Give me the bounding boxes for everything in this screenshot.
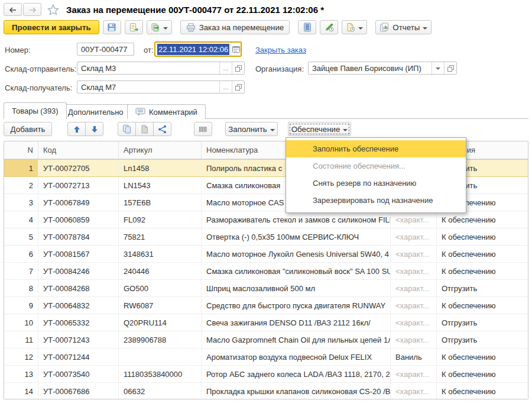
close-order-link[interactable]: Закрыть заказ [255,46,306,54]
cell-n[interactable]: 11 [4,331,38,348]
move-up-button[interactable] [67,122,86,136]
create-based-on-button[interactable] [342,20,367,34]
cell-nomenclature[interactable]: Ароматизатор воздуха подвесной Delux FEL… [202,349,391,365]
cell-code[interactable]: УТ-00084246 [38,263,119,279]
column-header-n[interactable]: N [4,141,38,159]
cell-characteristic[interactable]: <характ... [391,383,437,399]
menu-item-fill-supply[interactable]: Заполнить обеспечение [286,140,466,157]
cell-characteristic[interactable]: <характ... [391,331,437,348]
table-row[interactable]: 9 УТ-00064832 RW6087 Средство для быстро… [4,297,528,314]
cell-n[interactable]: 3 [4,194,38,211]
warehouse-to-field[interactable]: Склад М7 ... [77,80,245,94]
calendar-button[interactable] [231,43,241,56]
table-row[interactable]: 10 УТ-00065332 Q20PRU114 Свеча зажигания… [4,314,528,331]
cell-action[interactable]: К обеспечению [437,383,528,399]
cell-action[interactable]: К обеспечению [437,366,528,382]
table-row[interactable]: 7 УТ-00084246 240446 Смазка силиконовая … [4,263,528,280]
menu-item-reserve-for-purpose[interactable]: Зарезервировать под назначение [286,192,466,209]
warehouse-from-lookup-button[interactable]: ... [219,62,232,74]
move-down-button[interactable] [85,122,103,136]
cell-n[interactable]: 12 [4,349,38,365]
document-register-button[interactable] [298,20,316,34]
cell-code[interactable]: УТ-00065332 [38,314,119,331]
post-and-close-split-button[interactable] [147,20,172,34]
print-order-button[interactable]: Заказ на перемещение [180,20,290,34]
cell-article[interactable]: 06632 [119,383,202,399]
cell-characteristic[interactable]: <характ... [391,228,437,245]
organization-open-button[interactable] [444,62,456,74]
cell-characteristic[interactable]: <характ... [391,263,437,279]
menu-item-supply-state[interactable]: Состояние обеспечения... [286,157,466,175]
cell-characteristic[interactable]: <характ... [391,297,437,314]
cell-article[interactable]: 2389906788 [119,331,202,348]
cell-n[interactable]: 5 [4,228,38,245]
table-row[interactable]: 6 УТ-00081567 3148631 Масло моторное Лук… [4,246,528,263]
cell-article[interactable]: 240446 [119,263,202,279]
cell-code[interactable]: УТ-00072713 [38,177,119,194]
cell-characteristic[interactable]: Ваниль [391,349,437,365]
favorite-star-icon[interactable] [47,4,59,15]
cell-code[interactable]: УТ-00067686 [38,383,119,399]
cell-characteristic[interactable]: <характ... [391,314,437,331]
cell-article[interactable]: FL092 [119,211,202,228]
cell-n[interactable]: 8 [4,280,38,296]
cell-n[interactable]: 9 [4,297,38,314]
cell-characteristic[interactable]: <характ... [391,211,437,228]
cell-article[interactable]: GO500 [119,280,202,296]
cell-action[interactable]: К обеспечению [437,349,528,365]
tab-additional[interactable]: Дополнительно [60,104,132,119]
cell-code[interactable]: УТ-00060859 [38,211,119,228]
cell-code[interactable]: УТ-00073540 [38,366,119,382]
cell-nomenclature[interactable]: Отвертка (-) 0,5x35 100мм СЕРВИС-КЛЮЧ [202,228,391,245]
cell-code[interactable]: УТ-00078784 [38,228,119,245]
cell-code[interactable]: УТ-00084268 [38,280,119,296]
tasks-button[interactable] [320,20,338,34]
reports-button[interactable]: Отчеты [375,20,432,34]
copy-row-button[interactable] [118,122,136,136]
cell-nomenclature[interactable]: Масло моторное Лукойл Genesis Universal … [202,246,391,262]
cell-characteristic[interactable]: <характ... [391,280,437,296]
cell-characteristic[interactable]: <характ... [391,246,437,262]
date-field[interactable]: 22.11.2021 12:02:06 [154,41,242,57]
cell-article[interactable]: RW6087 [119,297,202,314]
menu-item-remove-reserve[interactable]: Снять резерв по назначению [286,175,466,192]
cell-article[interactable]: 75821 [119,228,202,245]
cell-code[interactable]: УТ-00067849 [38,194,119,211]
cell-action[interactable]: К обеспечению [437,246,528,262]
cell-code[interactable]: УТ-00072705 [38,160,119,176]
table-row[interactable]: 14 УТ-00067686 06632 Прокладка крышки кл… [4,383,528,399]
cell-n[interactable]: 14 [4,383,38,399]
forward-button[interactable] [23,3,41,16]
cell-code[interactable]: УТ-00071243 [38,331,119,348]
cell-code[interactable]: УТ-00064832 [38,297,119,314]
cell-n[interactable]: 6 [4,246,38,262]
warehouse-from-open-button[interactable] [232,62,244,74]
cell-article[interactable]: 157E6B [119,194,202,211]
cell-nomenclature[interactable]: Размораживатель стекол и замков с силико… [202,211,391,228]
table-row[interactable]: 5 УТ-00078784 75821 Отвертка (-) 0,5x35 … [4,228,528,246]
add-row-button[interactable]: Добавить [4,122,52,136]
cell-code[interactable]: УТ-00071244 [38,349,119,365]
save-button[interactable] [103,20,121,34]
table-row[interactable]: 12 УТ-00071244 Ароматизатор воздуха подв… [4,349,528,366]
cell-characteristic[interactable]: <характ... [391,366,437,382]
cell-action[interactable]: К обеспечению [437,263,528,279]
organization-dropdown-button[interactable] [432,62,444,74]
supply-menu-button[interactable]: Обеспечение [288,122,351,136]
cell-action[interactable]: К обеспечению [437,228,528,245]
fill-menu-button[interactable]: Заполнить [225,122,278,136]
cell-action[interactable]: К обеспечению [437,211,528,228]
cell-nomenclature[interactable]: Ротор АБС заднего колеса LADA /ВАЗ 1118,… [202,366,391,382]
warehouse-to-lookup-button[interactable]: ... [219,81,232,93]
cell-article[interactable]: LN1543 [119,177,202,194]
delete-row-button[interactable] [135,122,154,136]
table-row[interactable]: 11 УТ-00071243 2389906788 Масло Gazpromn… [4,331,528,349]
warehouse-to-open-button[interactable] [232,81,244,93]
cell-action[interactable]: Отгрузить [437,314,528,331]
cell-n[interactable]: 4 [4,211,38,228]
back-button[interactable] [4,3,22,16]
cell-n[interactable]: 2 [4,177,38,194]
table-row[interactable]: 13 УТ-00073540 11180353840000 Ротор АБС … [4,366,528,383]
table-row[interactable]: 8 УТ-00084268 GO500 Шприц маслозаливной … [4,280,528,297]
cell-action[interactable]: Отгрузить [437,331,528,348]
